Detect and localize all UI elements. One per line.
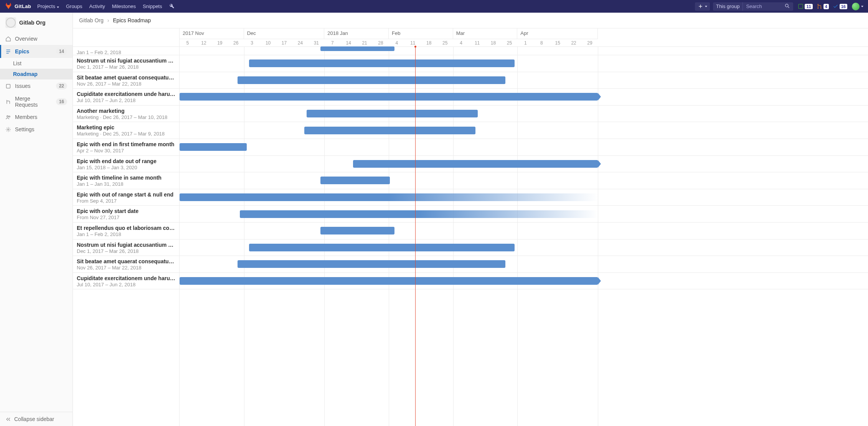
epic-title: Marketing epic [77,124,175,130]
epic-cell[interactable]: Epic with end date out of rangeJan 15, 2… [73,156,179,173]
epic-bar[interactable] [320,46,394,51]
epic-cell[interactable]: Marketing epicMarketing · Dec 25, 2017 –… [73,122,179,139]
epic-bar[interactable] [240,210,598,218]
svg-rect-5 [7,84,10,88]
sidebar-item-count: 14 [56,48,67,55]
sidebar-sub-list[interactable]: List [0,58,73,69]
epic-bar[interactable] [180,193,598,201]
search-input[interactable] [743,2,781,11]
epic-title: Epic with end in first timeframe month [77,141,175,147]
svg-point-2 [817,4,818,5]
epic-bar[interactable] [307,110,478,117]
group-name: Gitlab Org [19,20,45,26]
epic-bar[interactable] [180,143,247,151]
main: Gitlab Org › Epics Roadmap Jan 1 – Feb 2… [73,13,868,426]
nav-link-projects[interactable]: Projects [37,3,59,9]
epic-cell[interactable]: Another marketingMarketing · Dec 26, 201… [73,106,179,122]
svg-point-6 [7,116,8,117]
sidebar-item-label: Settings [15,126,67,132]
sidebar-item-overview[interactable]: Overview [0,33,73,45]
svg-point-4 [820,8,822,9]
epic-cell[interactable]: Sit beatae amet quaerat consequatur non … [73,256,179,273]
sidebar-item-label: Merge Requests [15,96,52,108]
sidebar-item-count: 22 [56,83,67,89]
epic-cell[interactable]: Nostrum ut nisi fugiat accusantium qui v… [73,239,179,256]
nav-counter-todos[interactable]: 11 [798,3,812,9]
epic-dates: Jan 1 – Jan 31, 2018 [77,181,175,187]
breadcrumb: Gitlab Org › Epics Roadmap [73,13,868,28]
chevron-right-icon: › [107,17,109,23]
counter-value: 4 [823,4,829,9]
epic-cell[interactable]: Epic with out of range start & null endF… [73,189,179,206]
week-header: 10 [260,39,276,46]
collapse-sidebar[interactable]: Collapse sidebar [0,412,73,426]
brand[interactable]: GitLab [5,2,31,11]
epic-title: Cupiditate exercitationem unde harum rep… [77,275,175,281]
sidebar-group[interactable]: Gitlab Org [0,13,73,33]
epic-title: Nostrum ut nisi fugiat accusantium qui v… [77,242,175,248]
epic-cell[interactable]: Et repellendus quo et laboriosam corrupt… [73,223,179,239]
search-scope[interactable]: This group [713,2,743,11]
week-header: 25 [501,39,517,46]
epic-bar[interactable] [353,160,598,168]
epic-bar[interactable] [249,59,515,67]
epic-title: Nostrum ut nisi fugiat accusantium qui v… [77,58,175,64]
epic-dates: Jul 10, 2017 – Jun 2, 2018 [77,97,175,103]
epic-cell[interactable]: Cupiditate exercitationem unde harum rep… [73,273,179,290]
week-header: 4 [389,39,405,46]
week-header: 18 [485,39,502,46]
svg-point-3 [817,8,818,9]
plus-dropdown[interactable] [695,2,710,11]
nav-links: ProjectsGroupsActivityMilestonesSnippets [37,3,162,9]
epic-dates: Marketing · Dec 25, 2017 – Mar 9, 2018 [77,131,175,137]
week-header: 11 [469,39,485,46]
epic-title: Et repellendus quo et laboriosam corrupt… [77,225,175,231]
epic-cell[interactable]: Jan 1 – Feb 2, 2018 [73,47,179,55]
epic-cell[interactable]: Epic with timeline in same monthJan 1 – … [73,172,179,189]
epic-dates: Apr 2 – Nov 30, 2017 [77,148,175,154]
epic-bar[interactable] [238,260,506,268]
collapse-label: Collapse sidebar [14,416,54,422]
sidebar-item-label: Overview [15,36,67,42]
epic-bar[interactable] [238,76,506,84]
search-icon[interactable] [781,3,793,10]
epic-bar[interactable] [304,127,475,134]
nav-link-activity[interactable]: Activity [89,3,105,9]
sidebar-item-merge-requests[interactable]: Merge Requests16 [0,92,73,111]
nav-counter-issues[interactable]: 16 [833,3,847,9]
sidebar-sub-roadmap[interactable]: Roadmap [0,69,73,79]
epic-bar[interactable] [320,177,390,184]
epic-bar[interactable] [249,244,515,251]
epic-dates: Dec 1, 2017 – Mar 26, 2018 [77,248,175,254]
epic-cell[interactable]: Epic with only start dateFrom Nov 27, 20… [73,206,179,223]
sidebar-item-settings[interactable]: Settings [0,123,73,135]
epic-cell[interactable]: Sit beatae amet quaerat consequatur non … [73,72,179,89]
epic-bar[interactable] [180,277,598,285]
epic-cell[interactable]: Cupiditate exercitationem unde harum rep… [73,89,179,106]
nav-link-snippets[interactable]: Snippets [143,3,162,9]
epic-dates: Jan 15, 2018 – Jan 3, 2020 [77,165,175,170]
admin-wrench-icon[interactable] [169,3,175,10]
epic-bar[interactable] [180,93,598,101]
sidebar-item-epics[interactable]: Epics14 [0,45,73,58]
board-icon [798,3,804,9]
nav-link-milestones[interactable]: Milestones [112,3,136,9]
epic-title: Epic with only start date [77,208,175,214]
epic-cell[interactable]: Nostrum ut nisi fugiat accusantium qui v… [73,55,179,72]
epic-bar[interactable] [320,227,394,234]
epic-dates: From Nov 27, 2017 [77,215,175,220]
user-menu[interactable] [852,3,863,10]
chevron-down-icon [861,6,863,7]
week-header: 31 [308,39,324,46]
sidebar-item-members[interactable]: Members [0,111,73,123]
home-icon [5,36,11,42]
epic-dates: Marketing · Dec 26, 2017 – Mar 10, 2018 [77,114,175,120]
sidebar-item-issues[interactable]: Issues22 [0,79,73,92]
epic-dates: Nov 26, 2017 – Mar 22, 2018 [77,265,175,271]
breadcrumb-group[interactable]: Gitlab Org [79,17,104,23]
week-header: 5 [180,39,196,46]
epic-cell[interactable]: Epic with end in first timeframe monthAp… [73,139,179,156]
nav-link-groups[interactable]: Groups [66,3,83,9]
nav-counter-mr[interactable]: 4 [817,3,829,9]
timeline[interactable]: 2017 NovDec2018 JanFebMarApr 51219263101… [180,28,868,426]
